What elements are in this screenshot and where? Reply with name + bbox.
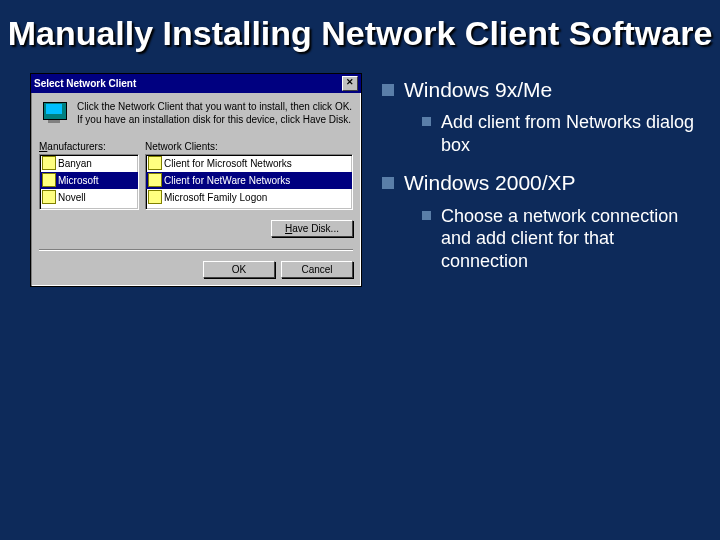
manufacturers-listbox[interactable]: Banyan Microsoft Novell [39, 154, 139, 210]
outline-text: Add client from Networks dialog box [441, 111, 700, 156]
outline-item: Windows 2000/XP [382, 170, 700, 196]
network-clients-label: Network Clients: [145, 141, 353, 152]
list-item[interactable]: Microsoft [40, 172, 138, 189]
outline-subitem: Add client from Networks dialog box [422, 111, 700, 156]
manufacturers-label: Manufacturers: [39, 141, 139, 152]
network-clients-listbox[interactable]: Client for Microsoft Networks Client for… [145, 154, 353, 210]
outline-text: Choose a network connection and add clie… [441, 205, 700, 273]
list-item[interactable]: Client for Microsoft Networks [146, 155, 352, 172]
outline-text: Windows 9x/Me [404, 77, 700, 103]
have-disk-button[interactable]: Have Disk... [271, 220, 353, 237]
dialog-title: Select Network Client [34, 78, 136, 89]
square-bullet-icon [422, 211, 431, 220]
divider [39, 249, 353, 251]
list-item[interactable]: Novell [40, 189, 138, 206]
list-item[interactable]: Microsoft Family Logon [146, 189, 352, 206]
outline-subitem: Choose a network connection and add clie… [422, 205, 700, 273]
outline-item: Windows 9x/Me [382, 77, 700, 103]
close-icon[interactable]: ✕ [342, 76, 358, 91]
slide-title: Manually Installing Network Client Softw… [0, 0, 720, 53]
dialog-instruction: Click the Network Client that you want t… [77, 101, 353, 126]
list-item[interactable]: Banyan [40, 155, 138, 172]
square-bullet-icon [382, 84, 394, 96]
dialog-titlebar: Select Network Client ✕ [31, 74, 361, 93]
ok-button[interactable]: OK [203, 261, 275, 278]
network-client-icon [39, 101, 69, 131]
select-network-client-dialog: Select Network Client ✕ Click the Networ… [30, 73, 362, 287]
outline-text: Windows 2000/XP [404, 170, 700, 196]
outline: Windows 9x/Me Add client from Networks d… [382, 73, 700, 286]
cancel-button[interactable]: Cancel [281, 261, 353, 278]
square-bullet-icon [422, 117, 431, 126]
square-bullet-icon [382, 177, 394, 189]
list-item[interactable]: Client for NetWare Networks [146, 172, 352, 189]
